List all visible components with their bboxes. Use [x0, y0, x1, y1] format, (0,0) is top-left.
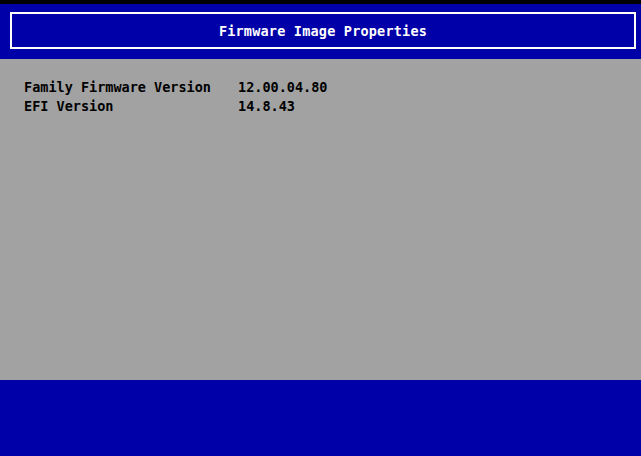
bios-setup-screen: Firmware Image Properties Family Firmwar… — [0, 0, 641, 456]
help-bar: F9=Reset to Defaults F10=Save ↑↓=Move Hi… — [0, 380, 641, 456]
page-title: Firmware Image Properties — [219, 23, 427, 39]
title-frame: Firmware Image Properties — [10, 12, 636, 49]
entry-family-firmware-version[interactable]: Family Firmware Version 12.00.04.80 — [0, 80, 641, 95]
entry-efi-version[interactable]: EFI Version 14.8.43 — [0, 99, 641, 114]
property-value: 14.8.43 — [238, 99, 295, 114]
property-value: 12.00.04.80 — [238, 80, 327, 95]
property-label: Family Firmware Version — [24, 80, 211, 95]
property-label: EFI Version — [24, 99, 113, 114]
title-bar: Firmware Image Properties — [0, 4, 641, 59]
properties-panel: Family Firmware Version 12.00.04.80 EFI … — [0, 59, 641, 380]
